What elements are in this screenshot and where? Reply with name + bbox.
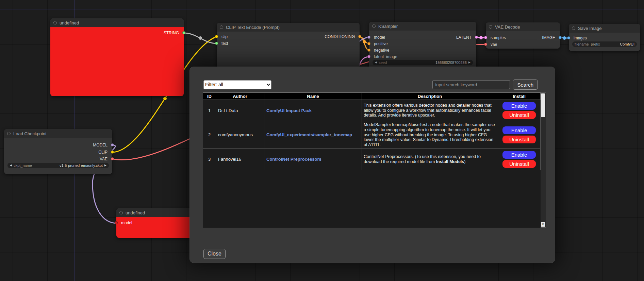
latent-output-dot[interactable]	[475, 36, 478, 39]
latent-image-input-dot[interactable]	[367, 55, 370, 58]
filter-select[interactable]: Filter: all	[203, 80, 271, 89]
conditioning-output-dot[interactable]	[358, 35, 361, 38]
collapse-dot-icon[interactable]	[220, 25, 223, 29]
vae-input-dot[interactable]	[484, 43, 487, 46]
cell-author: comfyanonymous	[216, 121, 264, 149]
image-output-dot[interactable]	[559, 36, 562, 39]
link-dot-conditioning[interactable]	[363, 40, 366, 43]
output-label: IMAGE	[542, 35, 555, 40]
output-slot-image: IMAGE	[486, 35, 560, 41]
decrement-arrow-icon[interactable]: ◀	[375, 60, 377, 65]
input-label: vae	[491, 42, 497, 47]
link-dot-image[interactable]	[563, 36, 566, 40]
node-title: KSampler	[378, 24, 398, 29]
widget-value: v1-5-pruned-emaonly.ckpt	[60, 163, 103, 168]
node-load-checkpoint[interactable]: Load Checkpoint MODEL CLIP VAE ◀ ckpt_na…	[4, 129, 112, 174]
custom-nodes-manager-dialog: Filter: all Search ID Author Name Descri…	[189, 67, 555, 263]
node-save-image[interactable]: Save Image images filename_prefix ComfyU…	[569, 24, 640, 51]
cell-install: Enable Uninstall	[498, 121, 541, 149]
input-slot-vae: vae	[486, 41, 560, 48]
node-title-bar[interactable]: CLIP Text Encode (Prompt)	[217, 23, 360, 32]
node-title-bar[interactable]: undefined	[50, 18, 184, 27]
scrollbar-down-arrow-icon[interactable]: ▼	[541, 222, 545, 227]
node-body: MODEL CLIP VAE ◀ ckpt_name v1-5-pruned-e…	[4, 138, 112, 174]
node-body-error: STRING	[50, 27, 184, 96]
increment-arrow-icon[interactable]: ▶	[468, 60, 470, 65]
output-label: VAE	[100, 157, 108, 161]
collapse-dot-icon[interactable]	[119, 211, 123, 214]
next-arrow-icon[interactable]: ▶	[104, 163, 106, 168]
header-id: ID	[203, 93, 216, 100]
images-input-dot[interactable]	[567, 36, 570, 39]
node-title-bar[interactable]: VAE Decode	[486, 22, 560, 31]
cell-name: ComfyUI Impact Pack	[264, 100, 362, 121]
extension-link[interactable]: ComfyUI_experiments/sampler_tonemap	[266, 132, 352, 137]
filename-prefix-widget[interactable]: filename_prefix ComfyUI	[572, 41, 637, 47]
search-input[interactable]	[432, 80, 510, 89]
string-output-dot[interactable]	[182, 31, 185, 34]
node-title-bar[interactable]: Save Image	[569, 24, 640, 33]
cell-id: 3	[203, 148, 216, 170]
node-title: VAE Decode	[495, 24, 520, 30]
output-slot-vae: VAE	[4, 156, 112, 162]
node-undefined-top[interactable]: undefined STRING	[50, 18, 184, 96]
cell-author: Dr.Lt.Data	[216, 100, 264, 121]
negative-input-dot[interactable]	[367, 49, 370, 52]
node-vae-decode[interactable]: VAE Decode samples vae IMAGE	[486, 22, 560, 49]
table-header-row: ID Author Name Description Install	[203, 93, 541, 100]
prev-arrow-icon[interactable]: ◀	[10, 163, 12, 168]
extensions-table: ID Author Name Description Install 1 Dr.…	[203, 92, 541, 170]
input-label: model	[121, 221, 132, 225]
vae-output-dot[interactable]	[111, 157, 114, 160]
link-dot-string[interactable]	[199, 36, 202, 40]
table-scrollbar[interactable]: ▼	[541, 92, 546, 228]
node-title-bar[interactable]: Load Checkpoint	[4, 129, 112, 138]
cell-name: ControlNet Preprocessors	[264, 148, 362, 170]
node-body: samples vae IMAGE	[486, 31, 560, 49]
uninstall-button[interactable]: Uninstall	[502, 160, 536, 168]
collapse-dot-icon[interactable]	[7, 132, 11, 135]
model-input-dot[interactable]	[115, 221, 118, 224]
model-output-dot[interactable]	[111, 143, 114, 146]
input-slot-text: text	[217, 40, 360, 47]
output-label: CLIP	[98, 150, 108, 155]
text-input-dot[interactable]	[215, 42, 218, 45]
wire-string	[184, 33, 217, 43]
input-slot-images: images	[569, 35, 640, 41]
manager-toolbar: Filter: all Search	[203, 80, 538, 90]
node-body: images filename_prefix ComfyUI	[569, 33, 640, 51]
collapse-dot-icon[interactable]	[53, 21, 57, 24]
collapse-dot-icon[interactable]	[489, 25, 492, 29]
collapse-dot-icon[interactable]	[572, 27, 575, 30]
search-button[interactable]: Search	[513, 80, 538, 90]
extension-link[interactable]: ComfyUI Impact Pack	[266, 108, 312, 113]
table-row: 2 comfyanonymous ComfyUI_experiments/sam…	[203, 121, 541, 149]
close-button[interactable]: Close	[203, 249, 226, 259]
node-title: Load Checkpoint	[13, 131, 47, 136]
ckpt-name-widget[interactable]: ◀ ckpt_name v1-5-pruned-emaonly.ckpt ▶	[7, 163, 109, 168]
positive-input-dot[interactable]	[367, 42, 370, 45]
header-author: Author	[216, 93, 264, 100]
enable-button[interactable]: Enable	[502, 102, 536, 110]
link-dot-latent[interactable]	[479, 36, 483, 39]
uninstall-button[interactable]: Uninstall	[502, 136, 536, 143]
output-label: CONDITIONING	[325, 34, 355, 39]
seed-widget[interactable]: ◀ seed 156680208700286 ▶	[373, 60, 473, 65]
output-label: STRING	[164, 31, 179, 35]
collapse-dot-icon[interactable]	[372, 24, 376, 28]
enable-button[interactable]: Enable	[502, 126, 536, 134]
cell-install: Enable Uninstall	[498, 100, 541, 121]
enable-button[interactable]: Enable	[502, 151, 536, 159]
clip-output-dot[interactable]	[111, 151, 114, 154]
cell-name: ComfyUI_experiments/sampler_tonemap	[264, 121, 362, 149]
output-slot-model: MODEL	[4, 142, 112, 148]
link-dot-clip[interactable]	[163, 97, 167, 100]
input-label: negative	[374, 48, 389, 53]
node-title-bar[interactable]: KSampler	[369, 22, 476, 31]
description-text: This extension offers various detector n…	[364, 103, 492, 118]
scrollbar-thumb[interactable]	[541, 93, 545, 117]
comfyui-canvas[interactable]: undefined STRING CLIP Text Encode (Promp…	[0, 0, 644, 281]
cell-install: Enable Uninstall	[498, 148, 541, 170]
extension-link[interactable]: ControlNet Preprocessors	[266, 157, 321, 162]
uninstall-button[interactable]: Uninstall	[502, 111, 536, 119]
